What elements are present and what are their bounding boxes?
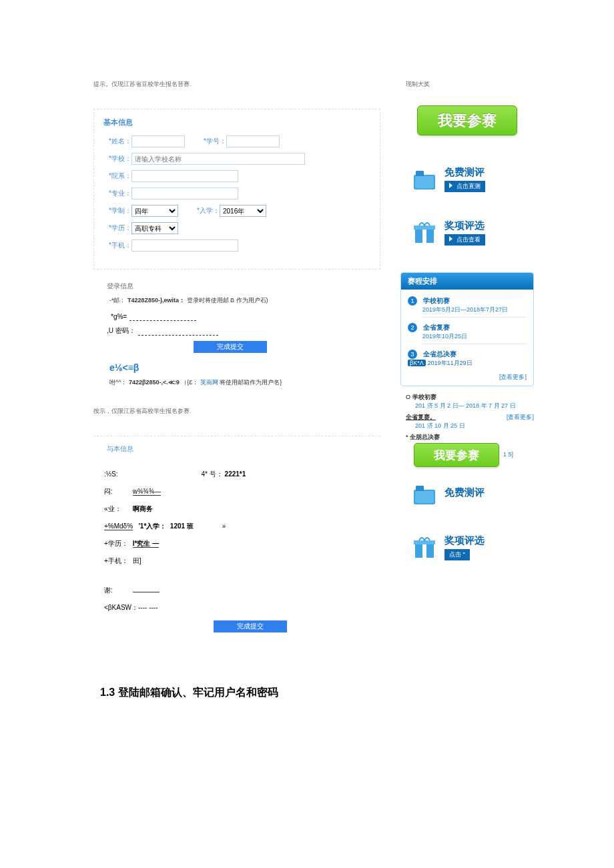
sch-title-3: 全省总决赛 — [423, 350, 456, 358]
svg-rect-10 — [422, 543, 426, 558]
f2-dept-value: w¾¾¾— — [133, 488, 161, 496]
name-label: 姓名： — [103, 137, 131, 146]
section-heading-1-3: 1.3 登陆邮箱确认、牢记用户名和密码 — [100, 686, 380, 700]
hint-mid: 按示，仅限江苏省高校学生报名参赛. — [93, 407, 380, 416]
f2-mail-label: 谢: — [104, 586, 131, 595]
hint-top: 提示。仅现江苏省豆校学生报名替赛. — [93, 80, 380, 89]
award-item-2[interactable]: 奖项评选 点击 " — [400, 534, 534, 560]
free-eval-item-2[interactable]: 免费测评 — [400, 480, 534, 507]
id-input[interactable] — [226, 135, 280, 147]
f2-major-label: «业： — [104, 504, 131, 514]
sch-date-3: 2019年11月29日 — [427, 360, 472, 366]
gift-icon — [411, 534, 438, 560]
sub-date-1: 201 济 5 月 2 日— 2018 年 7 月 27 日 — [415, 402, 534, 410]
sub-title-3: 全朋总决赛 — [410, 434, 440, 440]
svg-rect-2 — [415, 176, 434, 188]
f2-degree-value: I*究生 — — [133, 540, 159, 548]
sub-mark-3: * — [406, 434, 408, 440]
bk-tag: βK*Λ — [408, 360, 426, 366]
link-text[interactable]: 英商网 — [200, 379, 218, 386]
sch-date-1: 2019年5月2日—2018年7月27日 — [422, 306, 527, 318]
f2-id-value: 2221*1 — [225, 470, 246, 478]
f2-sch-label: +%Mdδ% — [104, 522, 133, 530]
sub-more-2[interactable]: [査看更多] — [507, 413, 534, 422]
login-note: -*邮： T4228Z850-),ewita： 登录时将使用邮 B 作为用户石) — [109, 296, 380, 305]
f2-sch-side: '1*入学： — [138, 522, 166, 530]
form2-title: 与本信息 — [107, 444, 380, 454]
f2-bk-value: <βKASW：---- ---- — [104, 604, 158, 611]
pwd2-input[interactable] — [138, 326, 218, 336]
sub-more-3[interactable]: 1 5] — [503, 451, 513, 458]
degree-select[interactable]: 高职专科 — [131, 222, 178, 234]
schooling-select[interactable]: 四年 — [131, 205, 178, 217]
sub-schedule: O 学校初赛 201 济 5 月 2 日— 2018 年 7 月 27 日 全省… — [400, 393, 534, 467]
phone-label: 手机： — [103, 241, 131, 250]
f2-mail-underline — [133, 584, 160, 592]
degree-label: 学历： — [103, 224, 131, 233]
hint-right: 现制大奖 — [406, 80, 534, 89]
id-label: 学号： — [198, 137, 226, 146]
svg-rect-8 — [415, 491, 434, 503]
sch-date-2: 2019年10月25日 — [422, 332, 527, 344]
award-title-2: 奖项评选 — [444, 534, 485, 547]
f2-name-label: :½S: — [104, 470, 131, 478]
sch-title-2: 全省复赛 — [423, 324, 450, 331]
pwd-input[interactable] — [129, 312, 196, 321]
f2-phone-value: 田] — [133, 557, 141, 564]
award-tag[interactable]: 点击查看 — [444, 234, 485, 246]
f2-id-label: 4* 号： — [202, 470, 223, 478]
dept-label: 院系： — [103, 171, 131, 181]
award-title: 奖项评选 — [444, 220, 485, 232]
folder-icon — [411, 165, 438, 192]
award-item[interactable]: 奖项评选 点击查看 — [400, 219, 534, 246]
name-input[interactable] — [131, 135, 185, 147]
sub-title-1: 学校初赛 — [412, 394, 436, 400]
school-input[interactable] — [131, 153, 305, 165]
basic-info-form: 基本信息 姓名： 学号： 学校： 院系： 专业： 学制： — [93, 109, 380, 270]
schooling-label: 学制： — [103, 206, 131, 215]
phone-input[interactable] — [131, 240, 238, 252]
login-info-title: 登录信息 — [107, 282, 380, 291]
sub-title-2: 全省复赛。 — [406, 414, 436, 420]
school-label: 学校： — [103, 154, 131, 163]
sub-date-2: 201 济 10 月 25 日 — [415, 422, 534, 430]
join-button[interactable]: 我要参赛 — [417, 105, 517, 135]
submit-button-2[interactable]: 完成提交 — [214, 620, 287, 632]
pwd2-label: ,U 密码： — [107, 326, 135, 336]
f2-enroll-value: 1201 班 — [170, 522, 194, 530]
dept-input[interactable] — [131, 170, 238, 182]
sch-title-1: 学校初赛 — [423, 297, 450, 304]
f2-major-value: 啊商务 — [133, 505, 153, 512]
schedule-more[interactable]: [查看更多] — [408, 373, 527, 382]
enroll-select[interactable]: 2016年 — [220, 205, 266, 217]
e-note: 咐^^： 7422β2850-,<.≪:9 （{£： 英商网 将使用邮箱作为用户… — [109, 378, 380, 387]
free-eval-tag[interactable]: 点击直测 — [444, 181, 485, 192]
join-button-2[interactable]: 我要参赛 — [414, 443, 499, 467]
free-eval-title-2: 免费测评 — [444, 486, 485, 499]
major-input[interactable] — [131, 187, 238, 199]
f2-dept-label: 闷: — [104, 487, 131, 496]
basic-info-title: 基本信息 — [103, 117, 370, 127]
enroll-label: 入学： — [192, 206, 220, 215]
f2-phone-label: +手机： — [104, 556, 131, 566]
sch-num-3: 3 — [408, 350, 417, 359]
award-tag-2[interactable]: 点击 " — [444, 549, 470, 560]
free-eval-title: 免费测评 — [444, 166, 485, 179]
schedule-head: 赛程安排 — [401, 273, 533, 290]
pwd-label: *g%= — [111, 313, 127, 320]
form-2: 与本信息 :½S: 4* 号： 2221*1 闷: w¾¾¾— «业： 啊商务 — [93, 436, 380, 632]
schedule-panel: 赛程安排 1 学校初赛 2019年5月2日—2018年7月27日 2 全省复赛 … — [400, 272, 534, 386]
submit-button-1[interactable]: 完成提交 — [194, 341, 267, 353]
e-heading: e⅛<≡β — [109, 362, 380, 373]
sch-num-2: 2 — [408, 323, 417, 332]
sub-mark-1: O — [406, 394, 410, 400]
gift-icon — [411, 219, 438, 246]
folder-icon — [411, 480, 438, 507]
major-label: 专业： — [103, 189, 131, 198]
f2-degree-label: +学历： — [104, 539, 131, 548]
free-eval-item[interactable]: 免费测评 点击直测 — [400, 165, 534, 192]
sch-num-1: 1 — [408, 296, 417, 306]
svg-rect-4 — [422, 228, 426, 243]
